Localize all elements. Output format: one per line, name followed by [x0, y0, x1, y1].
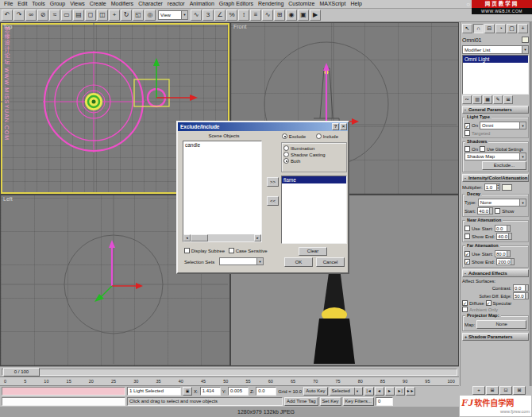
chevron-down-icon[interactable]: ▼ [522, 46, 528, 53]
menu-group[interactable]: Group [48, 1, 67, 6]
snap-toggle-icon[interactable]: 3 [202, 10, 214, 21]
light-type-dropdown[interactable]: Omni▼ [480, 122, 526, 129]
shadow-generator-dropdown[interactable]: Shadow Map▼ [465, 153, 526, 160]
angle-snap-icon[interactable]: ∠ [214, 10, 226, 21]
spinner-arrows[interactable] [507, 250, 511, 257]
next-frame-button[interactable]: ►| [395, 387, 405, 396]
z-coordinate-field[interactable]: 0.0 [256, 387, 276, 396]
chevron-down-icon[interactable]: ▼ [519, 199, 526, 206]
object-name-field[interactable]: Omni01 [462, 37, 482, 43]
select-by-name-icon[interactable]: ▤ [73, 10, 84, 21]
key-filters-button[interactable]: Key Filters... [343, 397, 374, 406]
make-unique-icon[interactable]: ▦ [483, 95, 492, 104]
bind-spacewarp-icon[interactable]: ≈ [49, 10, 60, 21]
zoom-all-icon[interactable]: ⊞ [486, 386, 499, 395]
menu-modifiers[interactable]: Modifiers [109, 1, 136, 6]
near-start-spinner[interactable]: 0.0 [495, 225, 511, 232]
spinner-arrows[interactable] [507, 225, 511, 232]
chevron-down-icon[interactable]: ▼ [354, 388, 360, 395]
previous-frame-button[interactable]: ◄ [375, 387, 384, 396]
select-scale-icon[interactable]: ◱ [133, 10, 144, 21]
tab-motion[interactable]: ◔ [495, 24, 506, 33]
zoom-icon[interactable]: + [472, 386, 485, 395]
percent-snap-icon[interactable]: % [226, 10, 237, 21]
radio-off-icon[interactable] [316, 133, 322, 139]
decay-type-dropdown[interactable]: None▼ [478, 199, 526, 207]
light-color-swatch[interactable] [502, 184, 512, 191]
illumination-radio[interactable]: Illumination [283, 145, 345, 151]
menu-maxscript[interactable]: MAXScript [317, 1, 348, 6]
scene-objects-list[interactable]: candle ◄ ► [183, 141, 262, 242]
curve-editor-icon[interactable]: ∿ [262, 10, 273, 21]
scroll-right-icon[interactable]: ► [254, 234, 261, 241]
quick-render-icon[interactable]: ▶ [310, 10, 321, 21]
both-radio[interactable]: Both [283, 158, 345, 164]
x-coordinate-field[interactable]: 1.414 [200, 387, 221, 396]
unlink-icon[interactable]: ⊘ [37, 10, 48, 21]
shadows-on-checkbox[interactable] [465, 146, 470, 152]
key-mode-dropdown[interactable]: Selected▼ [330, 387, 363, 396]
undo-icon[interactable]: ↶ [2, 10, 13, 21]
dialog-title-bar[interactable]: Exclude/Include ? × [178, 122, 348, 131]
contrast-spinner[interactable]: 0.0 [513, 284, 529, 292]
configure-modifier-sets-icon[interactable]: ⊞ [503, 95, 513, 104]
shadow-casting-radio[interactable]: Shadow Casting [283, 152, 345, 157]
render-scene-icon[interactable]: ▣ [298, 10, 309, 21]
min-max-toggle-icon[interactable]: ⊠ [513, 386, 526, 395]
spinner-arrows[interactable] [525, 292, 529, 299]
menu-customize[interactable]: Customize [286, 1, 317, 6]
maxscript-mini-listener-macro[interactable] [2, 387, 125, 396]
select-object-icon[interactable]: ▭ [61, 10, 72, 21]
modifier-stack-item[interactable]: Omni Light [463, 56, 528, 63]
select-move-icon[interactable]: + [109, 10, 120, 21]
go-to-start-button[interactable]: |◄ [364, 387, 374, 396]
soften-spinner[interactable]: 50.0 [513, 292, 529, 299]
selection-sets-dropdown[interactable]: ▼ [219, 257, 264, 265]
scrollbar-thumb[interactable] [191, 234, 208, 241]
projector-map-button[interactable]: None [476, 320, 526, 329]
close-icon[interactable]: × [340, 123, 347, 130]
reference-coordinate-dropdown[interactable]: View ▼ [158, 10, 188, 20]
far-end-spinner[interactable]: 200.0 [496, 258, 515, 265]
material-editor-icon[interactable]: ◉ [286, 10, 297, 21]
ok-button[interactable]: OK [284, 257, 313, 267]
include-radio[interactable]: Include [316, 133, 338, 139]
menu-edit[interactable]: Edit [15, 1, 29, 6]
spinner-arrows[interactable] [508, 233, 512, 240]
spinner-down-icon[interactable]: ▼ [497, 187, 499, 190]
align-icon[interactable]: ≡ [250, 10, 261, 21]
time-slider-track[interactable] [2, 369, 457, 376]
auto-key-button[interactable]: Auto Key [303, 387, 327, 396]
near-show-checkbox[interactable] [465, 234, 470, 239]
tab-create[interactable]: ↖ [462, 24, 472, 33]
zoom-extents-icon[interactable]: ⊡ [499, 386, 512, 395]
clear-button[interactable]: Clear [299, 247, 327, 256]
time-slider-handle[interactable]: 0 / 100 [3, 368, 40, 376]
modifier-stack[interactable]: Omni Light [462, 55, 529, 95]
menu-tools[interactable]: Tools [29, 1, 47, 6]
radio-on-icon[interactable] [282, 133, 287, 139]
menu-animation[interactable]: Animation [187, 1, 217, 6]
chevron-down-icon[interactable]: ▼ [519, 122, 526, 129]
scroll-left-icon[interactable]: ◄ [183, 234, 191, 241]
excluded-object-item[interactable]: flame [282, 176, 346, 183]
maxscript-mini-listener[interactable] [2, 397, 125, 406]
object-color-swatch[interactable] [522, 37, 529, 43]
cancel-button[interactable]: Cancel [316, 257, 345, 267]
pin-stack-icon[interactable]: ∾ [462, 95, 472, 104]
spinner-arrows[interactable] [489, 207, 493, 214]
play-button[interactable]: ► [385, 387, 395, 396]
schematic-view-icon[interactable]: ⊞ [274, 10, 285, 21]
selection-lock-toggle[interactable]: ▣ [183, 387, 192, 396]
rollout-shadow-parameters[interactable]: +Shadow Parameters [462, 333, 529, 341]
exclude-radio[interactable]: Exclude [282, 133, 306, 139]
exclude-button[interactable]: Exclude... [482, 161, 526, 170]
redo-icon[interactable]: ↷ [13, 10, 25, 21]
spinner-snap-icon[interactable]: ↕ [238, 10, 249, 21]
chevron-down-icon[interactable]: ▼ [256, 258, 263, 264]
near-end-spinner[interactable]: 40.0 [496, 233, 512, 240]
modifier-list-dropdown[interactable]: Modifier List ▼ [462, 45, 529, 54]
move-right-button[interactable]: >> [267, 177, 279, 187]
y-coordinate-field[interactable]: 0.005 [228, 387, 249, 396]
specular-checkbox[interactable]: ✓ [486, 300, 492, 306]
